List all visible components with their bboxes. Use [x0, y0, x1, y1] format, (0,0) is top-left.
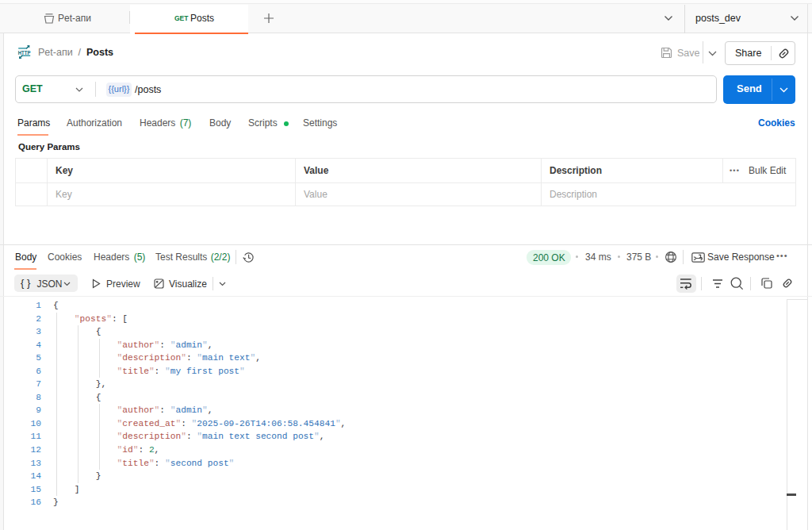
svg-text:HTTP: HTTP [18, 50, 31, 56]
